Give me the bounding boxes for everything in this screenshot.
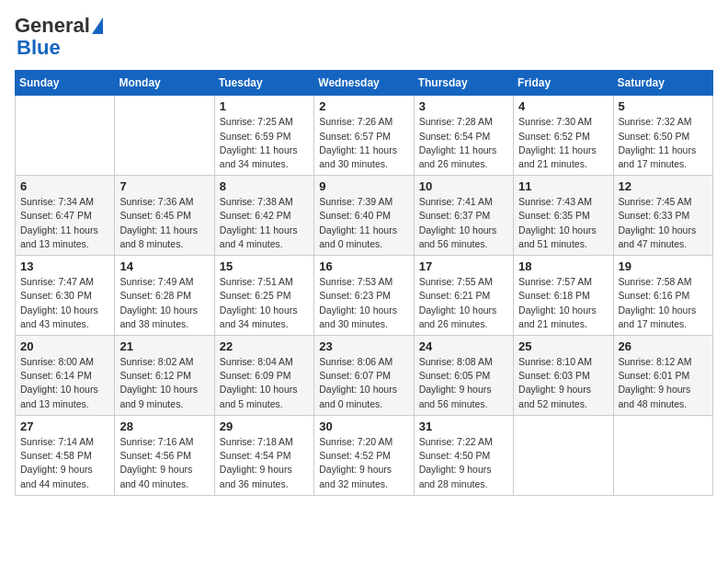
- header-wednesday: Wednesday: [314, 71, 414, 96]
- day-number: 26: [619, 339, 708, 353]
- day-info: Sunrise: 8:04 AM Sunset: 6:09 PM Dayligh…: [220, 355, 309, 411]
- calendar-cell: 2Sunrise: 7:26 AM Sunset: 6:57 PM Daylig…: [314, 96, 414, 176]
- day-number: 24: [419, 339, 508, 353]
- calendar-cell: 13Sunrise: 7:47 AM Sunset: 6:30 PM Dayli…: [16, 256, 115, 336]
- calendar-cell: 25Sunrise: 8:10 AM Sunset: 6:03 PM Dayli…: [514, 336, 613, 416]
- day-number: 23: [319, 339, 408, 353]
- calendar-cell: 17Sunrise: 7:55 AM Sunset: 6:21 PM Dayli…: [414, 256, 513, 336]
- calendar-cell: [613, 415, 712, 495]
- day-number: 10: [419, 179, 508, 193]
- calendar-cell: 1Sunrise: 7:25 AM Sunset: 6:59 PM Daylig…: [214, 96, 313, 176]
- day-info: Sunrise: 7:22 AM Sunset: 4:50 PM Dayligh…: [419, 435, 508, 491]
- header-thursday: Thursday: [414, 71, 513, 96]
- day-number: 25: [518, 339, 608, 353]
- logo: General Blue: [15, 15, 103, 59]
- day-number: 20: [20, 339, 109, 353]
- day-info: Sunrise: 7:39 AM Sunset: 6:40 PM Dayligh…: [319, 195, 408, 251]
- day-info: Sunrise: 7:58 AM Sunset: 6:16 PM Dayligh…: [619, 275, 708, 331]
- calendar-cell: 18Sunrise: 7:57 AM Sunset: 6:18 PM Dayli…: [514, 256, 613, 336]
- day-info: Sunrise: 7:26 AM Sunset: 6:57 PM Dayligh…: [319, 115, 408, 171]
- day-info: Sunrise: 7:49 AM Sunset: 6:28 PM Dayligh…: [119, 275, 209, 331]
- header-friday: Friday: [514, 71, 613, 96]
- logo-triangle-icon: [92, 17, 103, 34]
- calendar-cell: [16, 96, 115, 176]
- calendar-cell: 26Sunrise: 8:12 AM Sunset: 6:01 PM Dayli…: [613, 336, 712, 416]
- calendar-cell: 6Sunrise: 7:34 AM Sunset: 6:47 PM Daylig…: [16, 176, 115, 256]
- day-number: 30: [319, 419, 408, 433]
- calendar-cell: 23Sunrise: 8:06 AM Sunset: 6:07 PM Dayli…: [314, 336, 414, 416]
- calendar-cell: 5Sunrise: 7:32 AM Sunset: 6:50 PM Daylig…: [613, 96, 712, 176]
- calendar-cell: 22Sunrise: 8:04 AM Sunset: 6:09 PM Dayli…: [214, 336, 313, 416]
- day-info: Sunrise: 7:20 AM Sunset: 4:52 PM Dayligh…: [319, 435, 408, 491]
- day-number: 19: [619, 259, 708, 273]
- calendar-cell: 15Sunrise: 7:51 AM Sunset: 6:25 PM Dayli…: [214, 256, 313, 336]
- calendar-cell: 29Sunrise: 7:18 AM Sunset: 4:54 PM Dayli…: [214, 415, 313, 495]
- calendar-week-4: 20Sunrise: 8:00 AM Sunset: 6:14 PM Dayli…: [16, 336, 713, 416]
- day-info: Sunrise: 7:14 AM Sunset: 4:58 PM Dayligh…: [20, 435, 109, 491]
- day-info: Sunrise: 7:25 AM Sunset: 6:59 PM Dayligh…: [220, 115, 309, 171]
- header-sunday: Sunday: [16, 71, 115, 96]
- calendar-cell: 24Sunrise: 8:08 AM Sunset: 6:05 PM Dayli…: [414, 336, 513, 416]
- calendar-cell: 20Sunrise: 8:00 AM Sunset: 6:14 PM Dayli…: [16, 336, 115, 416]
- calendar-cell: 9Sunrise: 7:39 AM Sunset: 6:40 PM Daylig…: [314, 176, 414, 256]
- day-info: Sunrise: 7:32 AM Sunset: 6:50 PM Dayligh…: [619, 115, 708, 171]
- day-number: 9: [319, 179, 408, 193]
- calendar-cell: 30Sunrise: 7:20 AM Sunset: 4:52 PM Dayli…: [314, 415, 414, 495]
- day-info: Sunrise: 7:30 AM Sunset: 6:52 PM Dayligh…: [518, 115, 608, 171]
- day-info: Sunrise: 8:02 AM Sunset: 6:12 PM Dayligh…: [119, 355, 209, 411]
- day-number: 2: [319, 99, 408, 113]
- day-number: 31: [419, 419, 508, 433]
- day-info: Sunrise: 8:08 AM Sunset: 6:05 PM Dayligh…: [419, 355, 508, 411]
- calendar-cell: 19Sunrise: 7:58 AM Sunset: 6:16 PM Dayli…: [613, 256, 712, 336]
- day-number: 5: [619, 99, 708, 113]
- day-info: Sunrise: 7:51 AM Sunset: 6:25 PM Dayligh…: [220, 275, 309, 331]
- day-number: 22: [220, 339, 309, 353]
- day-info: Sunrise: 8:00 AM Sunset: 6:14 PM Dayligh…: [20, 355, 109, 411]
- day-info: Sunrise: 8:10 AM Sunset: 6:03 PM Dayligh…: [518, 355, 608, 411]
- calendar-week-2: 6Sunrise: 7:34 AM Sunset: 6:47 PM Daylig…: [16, 176, 713, 256]
- day-info: Sunrise: 7:57 AM Sunset: 6:18 PM Dayligh…: [518, 275, 608, 331]
- calendar-week-5: 27Sunrise: 7:14 AM Sunset: 4:58 PM Dayli…: [16, 415, 713, 495]
- day-number: 6: [20, 179, 109, 193]
- day-info: Sunrise: 7:53 AM Sunset: 6:23 PM Dayligh…: [319, 275, 408, 331]
- day-number: 3: [419, 99, 508, 113]
- day-info: Sunrise: 7:47 AM Sunset: 6:30 PM Dayligh…: [20, 275, 109, 331]
- day-info: Sunrise: 7:45 AM Sunset: 6:33 PM Dayligh…: [619, 195, 708, 251]
- day-info: Sunrise: 7:28 AM Sunset: 6:54 PM Dayligh…: [419, 115, 508, 171]
- day-number: 14: [119, 259, 209, 273]
- calendar-cell: 16Sunrise: 7:53 AM Sunset: 6:23 PM Dayli…: [314, 256, 414, 336]
- day-info: Sunrise: 7:36 AM Sunset: 6:45 PM Dayligh…: [119, 195, 209, 251]
- calendar-week-1: 1Sunrise: 7:25 AM Sunset: 6:59 PM Daylig…: [16, 96, 713, 176]
- day-number: 11: [518, 179, 608, 193]
- calendar-cell: 21Sunrise: 8:02 AM Sunset: 6:12 PM Dayli…: [115, 336, 214, 416]
- header-saturday: Saturday: [613, 71, 712, 96]
- day-number: 21: [119, 339, 209, 353]
- day-info: Sunrise: 7:34 AM Sunset: 6:47 PM Dayligh…: [20, 195, 109, 251]
- calendar-cell: 28Sunrise: 7:16 AM Sunset: 4:56 PM Dayli…: [115, 415, 214, 495]
- calendar-cell: 7Sunrise: 7:36 AM Sunset: 6:45 PM Daylig…: [115, 176, 214, 256]
- calendar-cell: 27Sunrise: 7:14 AM Sunset: 4:58 PM Dayli…: [16, 415, 115, 495]
- day-info: Sunrise: 7:38 AM Sunset: 6:42 PM Dayligh…: [220, 195, 309, 251]
- calendar-cell: 8Sunrise: 7:38 AM Sunset: 6:42 PM Daylig…: [214, 176, 313, 256]
- day-info: Sunrise: 7:55 AM Sunset: 6:21 PM Dayligh…: [419, 275, 508, 331]
- calendar-cell: 3Sunrise: 7:28 AM Sunset: 6:54 PM Daylig…: [414, 96, 513, 176]
- day-number: 27: [20, 419, 109, 433]
- day-number: 16: [319, 259, 408, 273]
- calendar-cell: 4Sunrise: 7:30 AM Sunset: 6:52 PM Daylig…: [514, 96, 613, 176]
- day-number: 18: [518, 259, 608, 273]
- day-info: Sunrise: 7:18 AM Sunset: 4:54 PM Dayligh…: [220, 435, 309, 491]
- day-info: Sunrise: 7:41 AM Sunset: 6:37 PM Dayligh…: [419, 195, 508, 251]
- day-number: 7: [119, 179, 209, 193]
- day-number: 8: [220, 179, 309, 193]
- header-monday: Monday: [115, 71, 214, 96]
- header-tuesday: Tuesday: [214, 71, 313, 96]
- day-number: 28: [119, 419, 209, 433]
- calendar-cell: [514, 415, 613, 495]
- day-info: Sunrise: 7:16 AM Sunset: 4:56 PM Dayligh…: [119, 435, 209, 491]
- calendar-cell: 31Sunrise: 7:22 AM Sunset: 4:50 PM Dayli…: [414, 415, 513, 495]
- calendar-cell: 11Sunrise: 7:43 AM Sunset: 6:35 PM Dayli…: [514, 176, 613, 256]
- day-info: Sunrise: 7:43 AM Sunset: 6:35 PM Dayligh…: [518, 195, 608, 251]
- day-number: 4: [518, 99, 608, 113]
- logo-text-general: General: [15, 15, 90, 37]
- calendar-header-row: SundayMondayTuesdayWednesdayThursdayFrid…: [16, 71, 713, 96]
